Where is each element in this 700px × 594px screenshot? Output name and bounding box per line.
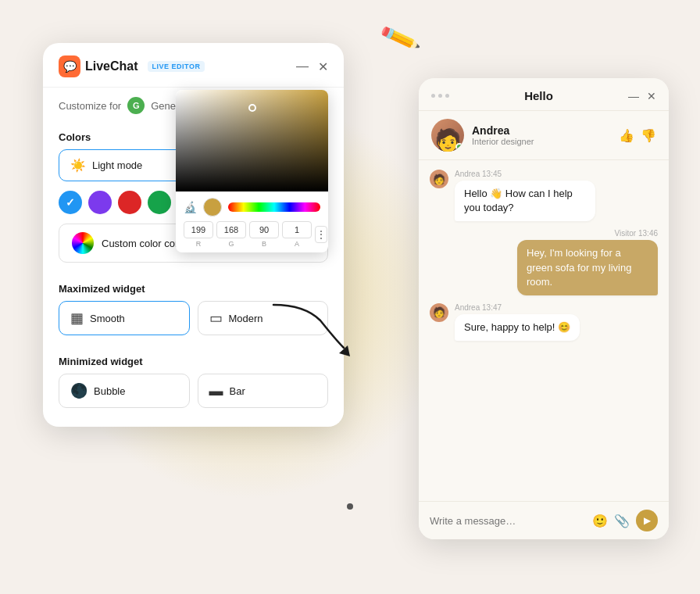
green-label: G — [228, 240, 234, 248]
modern-icon: ▭ — [209, 310, 223, 327]
visitor-label: Visitor 13:46 — [615, 229, 658, 238]
pencil-icon: ✏️ — [378, 17, 423, 60]
message-time-1: 13:45 — [482, 170, 502, 178]
message-time-3: 13:47 — [482, 303, 502, 312]
bottom-dot-indicator — [347, 503, 353, 510]
swatch-green[interactable] — [148, 191, 171, 214]
blue-label: B — [262, 240, 266, 248]
color-more-button[interactable]: ⋮ — [315, 226, 327, 243]
svg-marker-0 — [339, 345, 350, 356]
message-bubble-2: Hey, I'm looking for a green sofa for my… — [517, 240, 658, 295]
swatch-purple[interactable] — [88, 191, 112, 214]
eyedropper-icon[interactable]: 🔬 — [184, 201, 197, 213]
message-row-3: 🧑 Andrea 13:47 Sure, happy to help! 😊 — [430, 303, 658, 341]
alpha-value-group: 1 A — [282, 221, 312, 248]
smooth-option[interactable]: ▦ Smooth — [59, 301, 190, 335]
gradient-cursor — [248, 104, 256, 112]
message-content-2: Visitor 13:46 Hey, I'm looking for a gre… — [517, 229, 658, 295]
chat-close-button[interactable]: ✕ — [647, 90, 656, 102]
message-text-2: Hey, I'm looking for a green sofa for my… — [527, 247, 631, 287]
swatch-red[interactable] — [118, 191, 141, 214]
agent-name: Andrea — [472, 124, 619, 137]
online-status-dot — [455, 143, 463, 151]
color-picker-controls: 🔬 199 R 168 G 90 B 1 A ⋮ — [176, 191, 328, 252]
chat-messages: 🧑 Andrea 13:45 Hello 👋 How can I help yo… — [419, 160, 669, 501]
send-button[interactable]: ▶ — [636, 510, 658, 531]
group-initial: G — [133, 101, 140, 110]
chat-dot-2 — [438, 94, 442, 98]
light-mode-label: Light mode — [92, 159, 142, 171]
chat-input-row: 🙂 📎 ▶ — [430, 510, 658, 531]
message-row-1: 🧑 Andrea 13:45 Hello 👋 How can I help yo… — [430, 170, 658, 221]
smooth-label: Smooth — [90, 313, 125, 324]
message-sender-1: Andrea — [455, 170, 480, 178]
thumbs-down-icon[interactable]: 👎 — [641, 128, 656, 143]
color-gradient[interactable] — [176, 90, 328, 191]
chat-input-area: 🙂 📎 ▶ — [419, 501, 669, 539]
smooth-icon: ▦ — [70, 310, 84, 327]
header-controls: — ✕ — [296, 59, 328, 74]
message-avatar-3: 🧑 — [430, 303, 448, 322]
message-input[interactable] — [430, 515, 586, 527]
message-row-2: Visitor 13:46 Hey, I'm looking for a gre… — [430, 229, 658, 295]
color-picker-row: 🔬 — [184, 198, 320, 216]
chat-dot-1 — [431, 94, 435, 98]
app-title: LiveChat — [85, 59, 138, 73]
message-text-1: Hello 👋 How can I help you today? — [464, 188, 573, 213]
alpha-label: A — [295, 240, 299, 248]
red-input[interactable]: 199 — [184, 221, 213, 238]
bubble-option[interactable]: 🌑 Bubble — [59, 374, 190, 408]
agent-info: Andrea Interior designer — [472, 124, 619, 146]
color-values: 199 R 168 G 90 B 1 A ⋮ — [184, 221, 320, 248]
chat-window-controls: — ✕ — [628, 90, 656, 102]
blue-input[interactable]: 90 — [249, 221, 279, 238]
message-bubble-3: Sure, happy to help! 😊 — [455, 314, 580, 341]
chat-dots — [431, 94, 449, 98]
color-wheel-icon — [72, 232, 94, 254]
current-color-swatch[interactable] — [203, 198, 222, 216]
minimized-widget-options: 🌑 Bubble ▬ Bar — [43, 374, 344, 408]
agent-actions: 👍 👎 — [619, 128, 656, 143]
message-meta-1: Andrea 13:45 — [455, 170, 595, 178]
hue-slider[interactable] — [228, 202, 320, 212]
minimize-button[interactable]: — — [296, 59, 309, 73]
bar-label: Bar — [230, 385, 245, 397]
light-mode-option[interactable]: ☀️ Light mode — [59, 149, 190, 181]
green-input[interactable]: 168 — [216, 221, 246, 238]
chat-title: Hello — [449, 89, 628, 102]
sun-icon: ☀️ — [70, 158, 86, 173]
red-label: R — [196, 240, 202, 248]
message-avatar-1: 🧑 — [430, 170, 448, 188]
message-content-3: Andrea 13:47 Sure, happy to help! 😊 — [455, 303, 580, 341]
emoji-icon[interactable]: 🙂 — [592, 513, 608, 528]
live-editor-badge: LIVE EDITOR — [148, 61, 205, 72]
bubble-label: Bubble — [94, 385, 125, 397]
editor-header: 💬 LiveChat LIVE EDITOR — ✕ — [43, 43, 344, 88]
blue-value-group: 90 B — [249, 221, 279, 248]
bubble-icon: 🌑 — [70, 382, 88, 399]
message-meta-3: Andrea 13:47 — [455, 303, 580, 312]
green-value-group: 168 G — [216, 221, 246, 248]
message-content-1: Andrea 13:45 Hello 👋 How can I help you … — [455, 170, 595, 221]
customize-label: Customize for — [59, 100, 121, 112]
close-button[interactable]: ✕ — [318, 59, 328, 74]
arrow-indicator — [258, 297, 367, 360]
alpha-input[interactable]: 1 — [282, 221, 312, 238]
chat-header-bar: Hello — ✕ — [419, 78, 669, 111]
chat-input-icons: 🙂 📎 ▶ — [592, 510, 658, 531]
agent-profile: 🧑 Andrea Interior designer 👍 👎 — [419, 111, 669, 160]
logo-icon: 💬 — [59, 55, 80, 77]
message-bubble-1: Hello 👋 How can I help you today? — [455, 181, 595, 221]
bar-option[interactable]: ▬ Bar — [198, 374, 329, 408]
thumbs-up-icon[interactable]: 👍 — [619, 128, 634, 143]
livechat-logo: 💬 LiveChat LIVE EDITOR — [59, 55, 205, 77]
agent-avatar: 🧑 — [431, 119, 464, 152]
message-text-3: Sure, happy to help! 😊 — [464, 321, 570, 333]
attachment-icon[interactable]: 📎 — [614, 513, 630, 528]
group-badge: G — [127, 97, 145, 114]
swatch-blue[interactable] — [59, 191, 82, 214]
chat-panel: Hello — ✕ 🧑 Andrea Interior designer 👍 👎… — [419, 78, 669, 539]
red-value-group: 199 R — [184, 221, 213, 248]
agent-role: Interior designer — [472, 137, 619, 146]
chat-minimize-button[interactable]: — — [628, 90, 639, 102]
